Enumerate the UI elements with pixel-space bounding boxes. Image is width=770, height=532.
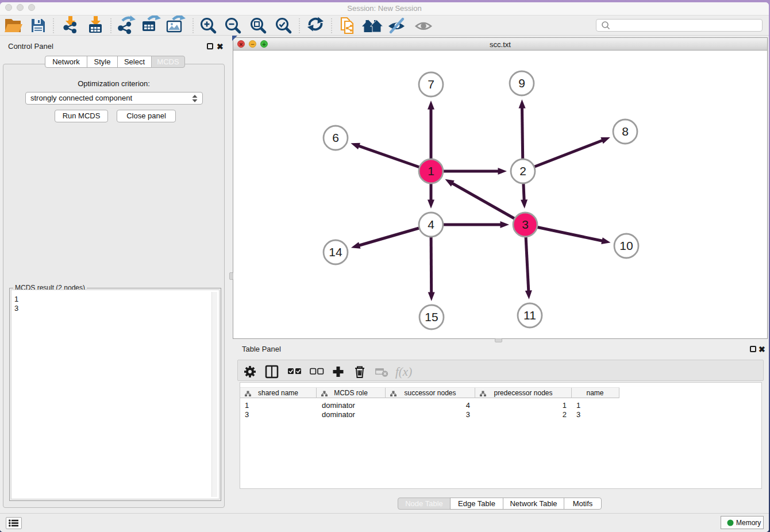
svg-text:7: 7 [428,78,434,91]
svg-text:6: 6 [332,131,339,144]
svg-text:14: 14 [329,245,342,259]
svg-text:10: 10 [619,239,633,252]
svg-text:f(x): f(x) [395,365,412,379]
svg-text:4: 4 [428,218,434,231]
svg-text:15: 15 [425,310,438,323]
svg-text:11: 11 [523,309,536,322]
svg-text:2: 2 [519,164,526,178]
svg-text:9: 9 [518,76,525,90]
svg-text:8: 8 [622,125,629,138]
svg-text:1: 1 [428,164,434,178]
svg-text:3: 3 [522,218,529,231]
